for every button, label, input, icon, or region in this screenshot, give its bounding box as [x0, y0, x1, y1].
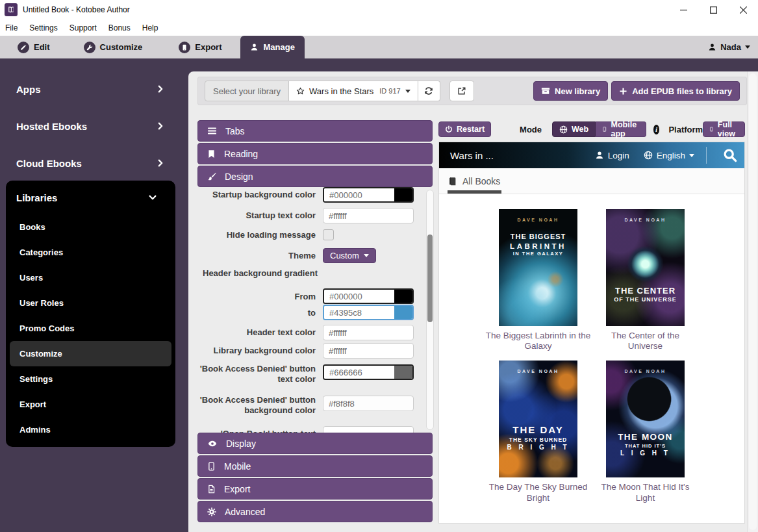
sidebar-item-cloud-ebooks[interactable]: Cloud Ebooks [16, 156, 165, 170]
sidebar-item-users[interactable]: Users [10, 265, 171, 290]
bookmark-icon [207, 149, 216, 158]
add-epub-button[interactable]: Add EPUB files to library [611, 81, 740, 101]
full-view-button[interactable]: Full view [703, 121, 745, 137]
accordion-tabs[interactable]: Tabs [197, 120, 433, 142]
accordion-export[interactable]: Export [197, 478, 433, 500]
library-bg-color-input[interactable] [323, 343, 414, 359]
select-library-label: Select your library [205, 81, 289, 101]
accordion-design[interactable]: Design [197, 166, 433, 187]
sidebar-item-categories[interactable]: Categories [10, 240, 171, 265]
book-card[interactable]: DAVE NOAH THE DAY THE SKY BURNED B R I G… [485, 361, 592, 503]
book-title[interactable]: The Moon That Hid It's Light [593, 482, 698, 503]
book-title[interactable]: The Day The Sky Burned Bright [486, 482, 591, 503]
accordion-mobile[interactable]: Mobile [197, 455, 433, 477]
menu-bonus[interactable]: Bonus [103, 23, 136, 32]
open-external-button[interactable] [449, 81, 474, 101]
design-scrollbar[interactable] [426, 190, 434, 430]
design-form: Startup background color Startup text co… [197, 187, 433, 433]
scrollbar-thumb[interactable] [427, 234, 433, 322]
scrollbar-track [749, 73, 757, 530]
book-cover[interactable]: DAVE NOAH THE BIGGEST LABRINTH IN THE GA… [499, 209, 577, 326]
accordion-display[interactable]: Display [197, 433, 433, 454]
gradient-to-input[interactable] [324, 306, 394, 319]
book-card[interactable]: DAVE NOAH THE CENTER OF THE UNIVERSE The… [592, 209, 699, 351]
tab-all-books[interactable]: All Books [448, 176, 500, 186]
sidebar-item-settings[interactable]: Settings [10, 366, 171, 392]
sidebar-item-promo-codes[interactable]: Promo Codes [10, 316, 171, 341]
library-toolbar: Select your library Wars in the Stars ID… [197, 77, 747, 105]
globe-icon [559, 125, 568, 134]
book-title[interactable]: The Center of the Universe [593, 331, 698, 351]
cover-title-line: IN THE GALAXY [499, 251, 577, 257]
language-dropdown[interactable]: English [644, 151, 694, 160]
hamburger-icon [207, 126, 217, 136]
refresh-button[interactable] [418, 81, 440, 101]
user-menu[interactable]: Nada [708, 36, 750, 58]
bad-text-color-input[interactable] [324, 366, 394, 379]
accordion-advanced[interactable]: Advanced [197, 501, 433, 522]
sidebar-item-books[interactable]: Books [10, 214, 171, 240]
restart-button[interactable]: Restart [438, 121, 491, 137]
theme-dropdown[interactable]: Custom [323, 248, 376, 263]
main-scrollbar[interactable] [747, 71, 758, 532]
field-label: to [197, 305, 316, 318]
cover-title-line: THE MOON [606, 432, 685, 443]
info-icon[interactable]: i [653, 125, 660, 134]
color-swatch[interactable] [394, 290, 412, 303]
cover-title-line: THE SKY BURNED [499, 437, 577, 444]
login-button[interactable]: Login [595, 151, 629, 160]
header-text-color-input[interactable] [323, 325, 414, 340]
search-button[interactable] [716, 142, 744, 168]
gradient-from-input[interactable] [324, 290, 394, 303]
accordion-reading[interactable]: Reading [197, 143, 433, 164]
accordion-advanced-label: Advanced [225, 507, 265, 517]
sidebar-item-admins[interactable]: Admins [10, 417, 171, 442]
menu-file[interactable]: File [0, 23, 23, 32]
close-button[interactable] [728, 0, 758, 19]
startup-text-color-input[interactable] [323, 208, 414, 223]
bad-bg-color-input[interactable] [323, 396, 414, 411]
sidebar-item-export[interactable]: Export [10, 392, 171, 417]
external-link-icon [457, 86, 466, 95]
tab-export[interactable]: Export [169, 36, 231, 58]
menu-settings[interactable]: Settings [23, 23, 63, 32]
mode-web-button[interactable]: Web [552, 121, 596, 137]
menu-help[interactable]: Help [136, 23, 164, 32]
tab-manage-label: Manage [263, 42, 294, 52]
startup-bg-color-input[interactable] [324, 188, 394, 201]
sidebar-item-apps[interactable]: Apps [16, 82, 165, 96]
book-title[interactable]: The Biggest Labrinth in the Galaxy [486, 331, 591, 351]
color-swatch[interactable] [394, 306, 412, 319]
minimize-button[interactable] [668, 0, 698, 19]
chevron-down-icon [148, 193, 157, 202]
library-tabs: All Books [439, 168, 744, 194]
tab-customize[interactable]: Customize [74, 36, 153, 58]
book-card[interactable]: DAVE NOAH THE MOON THAT HID IT'S L I G H… [592, 361, 699, 503]
color-swatch[interactable] [394, 366, 412, 379]
hide-loading-checkbox[interactable] [323, 229, 334, 240]
tab-edit[interactable]: Edit [8, 36, 60, 58]
accordion-reading-label: Reading [224, 149, 258, 159]
tab-manage[interactable]: Manage [240, 36, 304, 58]
field-label: 'Book Access Denied' button text color [197, 361, 316, 385]
color-swatch[interactable] [394, 188, 412, 201]
book-cover[interactable]: DAVE NOAH THE CENTER OF THE UNIVERSE [606, 209, 685, 326]
main-panel: Select your library Wars in the Stars ID… [188, 71, 758, 532]
chevron-down-icon [405, 90, 411, 93]
cover-author: DAVE NOAH [499, 369, 577, 374]
file-export-icon [207, 485, 216, 494]
new-library-button[interactable]: New library [533, 81, 608, 101]
book-cover[interactable]: DAVE NOAH THE DAY THE SKY BURNED B R I G… [499, 361, 577, 477]
menu-support[interactable]: Support [64, 23, 103, 32]
sidebar-item-hosted-ebooks[interactable]: Hosted Ebooks [16, 119, 165, 133]
mode-mobile-app-button[interactable]: Mobile app [596, 121, 646, 137]
sidebar-item-libraries[interactable]: Libraries [6, 181, 175, 214]
sidebar-item-user-roles[interactable]: User Roles [10, 290, 171, 316]
library-selector-dropdown[interactable]: Wars in the Stars ID 917 [289, 81, 418, 101]
book-card[interactable]: DAVE NOAH THE BIGGEST LABRINTH IN THE GA… [485, 209, 592, 351]
field-label: From [197, 288, 316, 302]
book-cover[interactable]: DAVE NOAH THE MOON THAT HID IT'S L I G H… [606, 361, 685, 477]
sidebar-item-customize[interactable]: Customize [10, 341, 171, 366]
open-book-text-input[interactable] [323, 426, 414, 433]
maximize-button[interactable] [698, 0, 728, 19]
